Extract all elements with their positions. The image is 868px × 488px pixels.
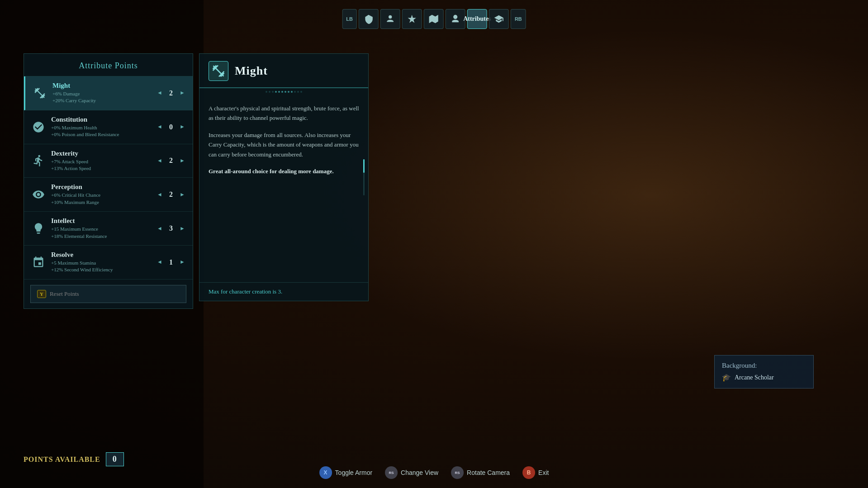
perception-controls: ◄ 2 ► <box>156 190 186 199</box>
nav-tab-attributes[interactable]: Attributes <box>467 9 487 29</box>
constitution-stat2: +0% Poison and Bleed Resistance <box>51 131 156 138</box>
nav-lb[interactable]: LB <box>342 9 357 29</box>
detail-effect: Increases your damage from all sources. … <box>209 130 359 159</box>
change-view-label: Change View <box>401 469 438 476</box>
dot1 <box>266 91 267 93</box>
perception-name: Perception <box>51 183 156 191</box>
intellect-stat2: +18% Elemental Resistance <box>51 233 156 240</box>
might-decrease[interactable]: ◄ <box>156 89 164 97</box>
nav-tab-inventory[interactable] <box>359 9 379 29</box>
exit-control[interactable]: B Exit <box>522 466 549 479</box>
exit-label: Exit <box>538 469 549 476</box>
dexterity-stat2: +13% Action Speed <box>51 165 156 172</box>
detail-description: A character's physical and spiritual str… <box>209 104 359 123</box>
reset-points-button[interactable]: Y Reset Points <box>30 285 186 303</box>
perception-decrease[interactable]: ◄ <box>156 190 164 199</box>
constitution-value: 0 <box>166 123 175 131</box>
nav-tab-lore[interactable] <box>489 9 509 29</box>
nav-tab-skills[interactable] <box>446 9 465 29</box>
perception-stat1: +6% Critical Hit Chance <box>51 192 156 199</box>
might-info: Might +6% Damage +20% Carry Capacity <box>52 82 156 104</box>
dot10 <box>294 91 296 93</box>
constitution-info: Constitution +0% Maximum Health +0% Pois… <box>51 116 156 138</box>
attr-item-perception[interactable]: Perception +6% Critical Hit Chance +10% … <box>24 178 193 212</box>
dexterity-name: Dexterity <box>51 150 156 157</box>
constitution-increase[interactable]: ► <box>178 123 186 131</box>
footer-text: Max for character creation is 3. <box>209 288 282 295</box>
toggle-armor-control[interactable]: X Toggle Armor <box>319 466 372 479</box>
perception-increase[interactable]: ► <box>178 190 186 199</box>
attribute-points-panel: Attribute Points Might +6% Damage +20% C… <box>24 53 193 309</box>
top-nav: LB Attributes RB <box>342 9 526 29</box>
might-name: Might <box>52 82 156 90</box>
might-increase[interactable]: ► <box>178 89 186 97</box>
nav-tab-magic[interactable] <box>402 9 422 29</box>
dot3 <box>272 91 274 93</box>
attr-item-resolve[interactable]: Resolve +5 Maximum Stamina +12% Second W… <box>24 246 193 280</box>
dot6 <box>281 91 283 93</box>
attr-item-dexterity[interactable]: Dexterity +7% Attack Speed +13% Action S… <box>24 144 193 178</box>
attr-panel-title: Attribute Points <box>24 54 193 76</box>
nav-rb[interactable]: RB <box>511 9 526 29</box>
points-available-bar: POINTS AVAILABLE 0 <box>24 452 124 466</box>
points-value: 0 <box>106 452 124 466</box>
detail-panel: Might A character's physical and spiritu… <box>199 53 369 301</box>
nav-tab-map[interactable] <box>424 9 444 29</box>
might-value: 2 <box>166 89 175 97</box>
attr-item-intellect[interactable]: Intellect +15 Maximum Essence +18% Eleme… <box>24 212 193 246</box>
detail-spacer <box>199 192 368 282</box>
bottom-controls: X Toggle Armor RS Change View RS Rotate … <box>319 466 549 479</box>
reset-points-label: Reset Points <box>50 290 79 298</box>
dot11 <box>297 91 299 93</box>
attr-item-constitution[interactable]: Constitution +0% Maximum Health +0% Pois… <box>24 110 193 144</box>
intellect-info: Intellect +15 Maximum Essence +18% Eleme… <box>51 217 156 240</box>
reset-y-key: Y <box>37 290 46 298</box>
attributes-tab-label: Attributes <box>463 15 491 23</box>
dexterity-info: Dexterity +7% Attack Speed +13% Action S… <box>51 150 156 172</box>
toggle-armor-label: Toggle Armor <box>335 469 372 476</box>
rotate-camera-label: Rotate Camera <box>467 469 510 476</box>
might-icon <box>32 85 48 101</box>
dot-separator <box>199 88 368 95</box>
resolve-stat1: +5 Maximum Stamina <box>51 260 156 266</box>
scroll-indicator[interactable] <box>363 159 365 195</box>
constitution-controls: ◄ 0 ► <box>156 123 186 131</box>
detail-icon <box>209 61 228 81</box>
constitution-name: Constitution <box>51 116 156 123</box>
resolve-value: 1 <box>166 258 175 266</box>
dot4 <box>275 91 277 93</box>
intellect-decrease[interactable]: ◄ <box>156 224 164 232</box>
intellect-increase[interactable]: ► <box>178 224 186 232</box>
perception-stat2: +10% Maximum Range <box>51 199 156 206</box>
change-view-control[interactable]: RS Change View <box>385 466 438 479</box>
resolve-increase[interactable]: ► <box>178 258 186 266</box>
dexterity-increase[interactable]: ► <box>178 156 186 165</box>
b-button: B <box>522 466 535 479</box>
resolve-controls: ◄ 1 ► <box>156 258 186 266</box>
rs-button-1: RS <box>385 466 398 479</box>
rotate-camera-control[interactable]: RS Rotate Camera <box>451 466 510 479</box>
resolve-decrease[interactable]: ◄ <box>156 258 164 266</box>
background-panel: Background: 🎓 Arcane Scholar <box>714 355 814 389</box>
rs-button-2: RS <box>451 466 464 479</box>
perception-value: 2 <box>166 190 175 199</box>
dexterity-decrease[interactable]: ◄ <box>156 156 164 165</box>
might-stat2: +20% Carry Capacity <box>52 97 156 104</box>
background-name: Arcane Scholar <box>735 374 774 381</box>
dot2 <box>269 91 270 93</box>
constitution-decrease[interactable]: ◄ <box>156 123 164 131</box>
dot9 <box>291 91 293 93</box>
dexterity-icon <box>30 152 47 169</box>
attr-item-might[interactable]: Might +6% Damage +20% Carry Capacity ◄ 2… <box>24 76 193 110</box>
detail-title: Might <box>235 64 268 78</box>
x-button: X <box>319 466 332 479</box>
dexterity-value: 2 <box>166 156 175 165</box>
resolve-icon <box>30 254 47 270</box>
dot5 <box>278 91 280 93</box>
resolve-name: Resolve <box>51 251 156 259</box>
detail-highlight: Great all-around choice for dealing more… <box>209 166 359 176</box>
might-stat1: +6% Damage <box>52 90 156 97</box>
nav-tab-character[interactable] <box>380 9 400 29</box>
detail-body: A character's physical and spiritual str… <box>199 95 368 192</box>
background-value: 🎓 Arcane Scholar <box>722 373 806 382</box>
